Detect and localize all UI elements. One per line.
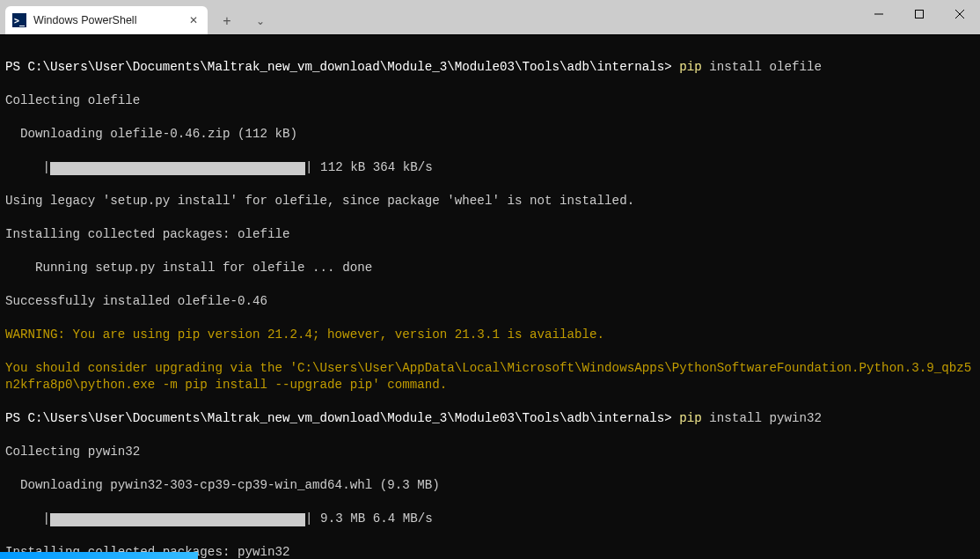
- output-line: Downloading pywin32-303-cp39-cp39-win_am…: [5, 477, 975, 494]
- new-tab-button[interactable]: +: [218, 7, 236, 35]
- minimize-button[interactable]: [859, 0, 899, 28]
- tab-dropdown-button[interactable]: ⌄: [252, 7, 269, 35]
- progress-bar: [50, 162, 305, 175]
- command-args: install pywin32: [702, 411, 822, 425]
- warning-line: WARNING: You are using pip version 21.2.…: [5, 327, 975, 343]
- output-line: Downloading olefile-0.46.zip (112 kB): [5, 126, 975, 143]
- output-line: Installing collected packages: olefile: [5, 226, 975, 243]
- progress-prefix: |: [5, 159, 50, 176]
- progress-suffix: | 112 kB 364 kB/s: [305, 159, 433, 176]
- svg-rect-1: [916, 11, 924, 18]
- close-icon: [955, 10, 964, 18]
- tab-powershell[interactable]: >_ Windows PowerShell ✕: [5, 6, 208, 34]
- progress-line: || 112 kB 364 kB/s: [5, 159, 975, 176]
- progress-line: || 9.3 MB 6.4 MB/s: [5, 511, 975, 527]
- terminal-output[interactable]: PS C:\Users\User\Documents\Maltrak_new_v…: [0, 35, 980, 559]
- warning-line: You should consider upgrading via the 'C…: [5, 360, 975, 394]
- prompt-path: PS C:\Users\User\Documents\Maltrak_new_v…: [5, 60, 672, 74]
- output-line: Using legacy 'setup.py install' for olef…: [5, 193, 975, 210]
- progress-suffix: | 9.3 MB 6.4 MB/s: [305, 511, 433, 527]
- taskbar-fragment: [0, 552, 198, 559]
- tab-actions: + ⌄: [208, 0, 269, 34]
- maximize-button[interactable]: [899, 0, 940, 28]
- window-controls: [859, 0, 980, 28]
- command-args: install olefile: [702, 60, 822, 74]
- command-exe: pip: [679, 411, 702, 425]
- maximize-icon: [915, 10, 924, 18]
- progress-prefix: |: [5, 511, 50, 527]
- prompt-path: PS C:\Users\User\Documents\Maltrak_new_v…: [5, 411, 672, 425]
- tab-title: Windows PowerShell: [33, 14, 186, 26]
- output-line: Successfully installed olefile-0.46: [5, 293, 975, 310]
- close-window-button[interactable]: [940, 0, 980, 28]
- progress-bar: [50, 513, 305, 526]
- prompt-line: PS C:\Users\User\Documents\Maltrak_new_v…: [5, 59, 975, 76]
- output-line: Running setup.py install for olefile ...…: [5, 260, 975, 276]
- prompt-line: PS C:\Users\User\Documents\Maltrak_new_v…: [5, 410, 975, 427]
- command-exe: pip: [679, 60, 702, 74]
- output-line: Collecting olefile: [5, 92, 975, 109]
- minimize-icon: [874, 10, 883, 18]
- tab-strip: >_ Windows PowerShell ✕ + ⌄: [0, 0, 269, 34]
- close-tab-icon[interactable]: ✕: [186, 13, 201, 27]
- titlebar: >_ Windows PowerShell ✕ + ⌄: [0, 0, 980, 35]
- powershell-icon: >_: [12, 13, 26, 27]
- output-line: Collecting pywin32: [5, 444, 975, 460]
